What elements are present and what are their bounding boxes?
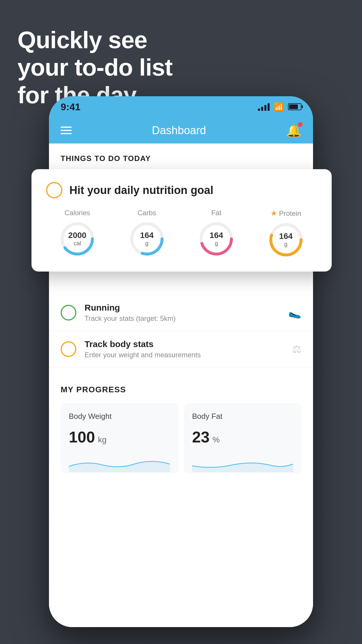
progress-card-0[interactable]: Body Weight 100 kg (61, 403, 178, 473)
todo-info: Running Track your stats (target: 5km) (85, 303, 280, 323)
progress-title: MY PROGRESS (61, 385, 301, 394)
nutrition-label: Carbs (138, 209, 156, 217)
progress-card-unit: % (212, 435, 220, 444)
todo-sub: Enter your weight and measurements (85, 351, 284, 359)
nutrition-item-protein: ★Protein 164 g (267, 209, 305, 259)
todo-sub: Track your stats (target: 5km) (85, 314, 280, 323)
todo-circle (61, 305, 76, 321)
section-header: THINGS TO DO TODAY (49, 144, 313, 169)
todo-type-icon: ⚖ (292, 343, 301, 355)
task-circle-nutrition[interactable] (46, 182, 62, 198)
wave-chart (69, 455, 170, 472)
progress-section: MY PROGRESS Body Weight 100 kg Body Fat … (49, 373, 313, 485)
todo-circle (61, 341, 76, 357)
nutrition-item-calories: Calories 2000 cal (58, 209, 96, 259)
status-bar: 9:41 📶 (49, 96, 313, 117)
todo-type-icon: 🥿 (288, 307, 301, 319)
nutrition-item-carbs: Carbs 164 g (128, 209, 166, 259)
todo-item-1[interactable]: Track body stats Enter your weight and m… (49, 331, 313, 368)
progress-card-title: Body Weight (69, 412, 170, 421)
todo-name: Running (85, 303, 280, 313)
battery-icon (288, 103, 301, 110)
nutrition-label: Fat (211, 209, 222, 217)
progress-card-value: 100 kg (69, 428, 170, 446)
progress-card-value: 23 % (192, 428, 293, 446)
donut-chart: 164 g (267, 221, 305, 259)
donut-value: 164 (210, 231, 223, 240)
donut-chart: 2000 cal (58, 220, 96, 258)
wave-chart (192, 455, 293, 472)
nutrition-label: Calories (64, 209, 90, 217)
progress-card-unit: kg (98, 435, 107, 444)
card-title: Hit your daily nutrition goal (69, 184, 213, 197)
todo-item-0[interactable]: Running Track your stats (target: 5km) 🥿 (49, 295, 313, 331)
nutrition-item-fat: Fat 164 g (197, 209, 235, 259)
todo-name: Track body stats (85, 339, 284, 349)
wifi-icon: 📶 (274, 102, 284, 112)
nav-title: Dashboard (152, 124, 206, 137)
notification-dot (298, 122, 303, 127)
donut-value: 164 (140, 231, 154, 240)
nutrition-label: ★Protein (270, 209, 301, 218)
donut-unit: g (279, 241, 293, 248)
donut-chart: 164 g (197, 220, 235, 258)
nutrition-card: Hit your daily nutrition goal Calories 2… (31, 169, 332, 272)
todo-info: Track body stats Enter your weight and m… (85, 339, 284, 359)
hamburger-menu[interactable] (61, 127, 72, 134)
donut-value: 2000 (68, 231, 86, 240)
status-icons: 📶 (258, 102, 301, 112)
status-time: 9:41 (61, 101, 80, 113)
donut-value: 164 (279, 232, 293, 241)
progress-cards: Body Weight 100 kg Body Fat 23 % (61, 403, 301, 473)
signal-icon (258, 103, 270, 111)
donut-unit: g (140, 240, 154, 247)
progress-card-1[interactable]: Body Fat 23 % (184, 403, 301, 473)
donut-unit: cal (68, 240, 86, 247)
bell-icon[interactable]: 🔔 (286, 123, 301, 138)
nutrition-row: Calories 2000 cal Carbs 164 g Fat (46, 209, 317, 259)
donut-chart: 164 g (128, 220, 166, 258)
nav-bar: Dashboard 🔔 (49, 117, 313, 144)
donut-unit: g (210, 240, 223, 247)
progress-card-title: Body Fat (192, 412, 293, 421)
